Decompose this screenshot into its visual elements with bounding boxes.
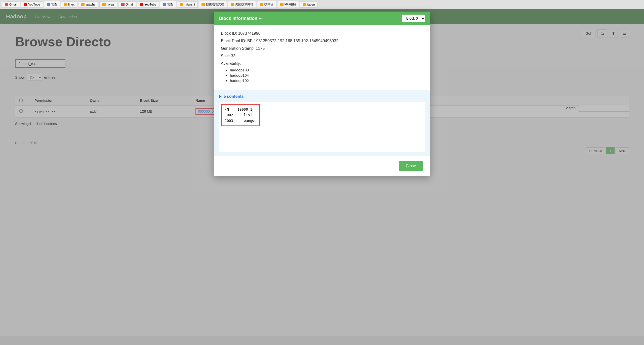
maps-icon-1 <box>47 3 50 6</box>
size-value: 33 <box>231 54 235 58</box>
file-line-3: 1003 wangwu <box>225 118 256 123</box>
file-contents-highlighted: \N 10000.1 1002 lisi 1003 wangwu <box>221 104 260 126</box>
size-label: Size: <box>221 54 230 58</box>
modal-footer: Close <box>214 156 430 176</box>
block-id-value: 1073741996 <box>238 31 260 35</box>
block-info-section: Block ID: 1073741996 Block Pool ID: BP-1… <box>214 25 430 90</box>
tab-faben[interactable]: faben <box>300 2 317 8</box>
tab-maps-2[interactable]: 地图 <box>160 1 176 8</box>
tab-gmail-2[interactable]: Gmail <box>118 2 136 8</box>
block-id-label: Block ID: <box>221 31 237 35</box>
file-contents-wrapper: \N 10000.1 1002 lisi 1003 wangwu <box>219 102 425 152</box>
tab-mysql[interactable]: mysql <box>99 2 117 8</box>
pool-id-row: Block Pool ID: BP-1981350572-192.168.135… <box>221 39 423 43</box>
youtube-icon-1 <box>24 3 27 6</box>
tab-apache[interactable]: apache <box>78 2 98 8</box>
tab-youtube-1[interactable]: YouTube <box>21 2 43 8</box>
block-id-row: Block ID: 1073741996 <box>221 31 423 36</box>
node-hadoop102: hadoop102 <box>230 78 423 83</box>
tab-shuju[interactable]: 数据语雀文档 <box>199 1 227 8</box>
youtube-icon-2 <box>140 3 143 6</box>
file-line-1: \N 10000.1 <box>225 107 256 112</box>
pool-id-value: BP-1981350572-192.168.135.102-1645949493… <box>247 39 338 43</box>
generation-stamp-row: Generation Stamp: 1175 <box>221 46 423 51</box>
modal-body: Block ID: 1073741996 Block Pool ID: BP-1… <box>214 25 430 156</box>
folder-icon-mianshi <box>180 3 183 6</box>
generation-stamp-label: Generation Stamp: <box>221 46 255 51</box>
folder-icon-linux <box>64 3 67 6</box>
modal-title: Block Information -- <box>219 16 262 21</box>
size-row: Size: 33 <box>221 54 423 58</box>
folder-icon-apache <box>81 3 85 6</box>
tab-gmail-1[interactable]: Gmail <box>2 2 20 8</box>
node-hadoop104: hadoop104 <box>230 73 423 77</box>
tab-jishu[interactable]: 技术点 <box>257 1 276 8</box>
modal-header: Block Information -- Block 0 <box>214 12 430 25</box>
gmail-icon-1 <box>5 3 8 6</box>
tab-youtube-2[interactable]: YouTube <box>137 2 159 8</box>
browser-tab-bar: Gmail YouTube 地图 linux apache mysql Gmai… <box>0 0 644 9</box>
tab-mianshi[interactable]: mianshi <box>177 2 197 8</box>
file-contents-title: File contents <box>219 94 425 99</box>
block-info-modal: Block Information -- Block 0 Block ID: 1… <box>214 12 430 176</box>
modal-overlay: Block Information -- Block 0 Block ID: 1… <box>0 9 644 345</box>
generation-stamp-value: 1175 <box>256 46 265 51</box>
node-hadoop103: hadoop103 <box>230 68 423 72</box>
folder-icon-meituan <box>231 3 234 6</box>
main-page: Hadoop Overview Datanodes Browse Directo… <box>0 9 644 345</box>
block-selector[interactable]: Block 0 <box>402 15 425 22</box>
pool-id-label: Block Pool ID: <box>221 39 246 43</box>
availability-list: hadoop103 hadoop104 hadoop102 <box>221 68 423 83</box>
tab-idea[interactable]: idea破解 <box>277 1 299 8</box>
tab-linux[interactable]: linux <box>61 2 77 8</box>
file-contents-section: File contents \N 10000.1 1002 lisi 1003 … <box>214 90 430 156</box>
gmail-icon-2 <box>121 3 125 6</box>
folder-icon-idea <box>280 3 284 6</box>
folder-icon-shuju <box>202 3 205 6</box>
folder-icon-faben <box>303 3 306 6</box>
availability-label: Availability: <box>221 61 423 66</box>
file-line-2: 1002 lisi <box>225 112 256 118</box>
folder-icon-jishu <box>260 3 263 6</box>
availability-section: Availability: hadoop103 hadoop104 hadoop… <box>221 61 423 83</box>
tab-meituan[interactable]: 美团技术网站 <box>228 1 256 8</box>
tab-maps-1[interactable]: 地图 <box>44 1 60 8</box>
maps-icon-2 <box>163 3 166 6</box>
close-button[interactable]: Close <box>399 161 423 171</box>
folder-icon-mysql <box>102 3 106 6</box>
